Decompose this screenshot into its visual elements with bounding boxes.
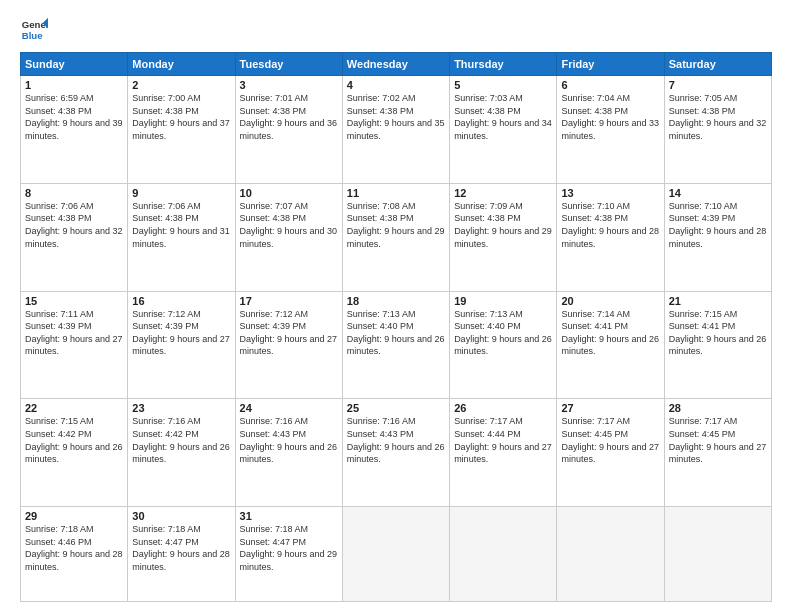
daylight-label: Daylight: 9 hours and 29 minutes. [347, 226, 445, 249]
day-info: Sunrise: 7:06 AM Sunset: 4:38 PM Dayligh… [132, 200, 230, 250]
sunset-label: Sunset: 4:42 PM [132, 429, 199, 439]
sunset-label: Sunset: 4:43 PM [347, 429, 414, 439]
sunset-label: Sunset: 4:38 PM [132, 213, 199, 223]
day-info: Sunrise: 7:11 AM Sunset: 4:39 PM Dayligh… [25, 308, 123, 358]
day-info: Sunrise: 7:01 AM Sunset: 4:38 PM Dayligh… [240, 92, 338, 142]
sunrise-label: Sunrise: 7:04 AM [561, 93, 630, 103]
sunrise-label: Sunrise: 7:16 AM [347, 416, 416, 426]
day-number: 26 [454, 402, 552, 414]
col-header-tuesday: Tuesday [235, 53, 342, 76]
calendar-table: SundayMondayTuesdayWednesdayThursdayFrid… [20, 52, 772, 602]
sunset-label: Sunset: 4:41 PM [669, 321, 736, 331]
daylight-label: Daylight: 9 hours and 28 minutes. [25, 549, 123, 572]
day-number: 23 [132, 402, 230, 414]
day-number: 12 [454, 187, 552, 199]
calendar-cell: 20 Sunrise: 7:14 AM Sunset: 4:41 PM Dayl… [557, 291, 664, 399]
daylight-label: Daylight: 9 hours and 29 minutes. [240, 549, 338, 572]
sunset-label: Sunset: 4:38 PM [454, 106, 521, 116]
daylight-label: Daylight: 9 hours and 27 minutes. [132, 334, 230, 357]
col-header-saturday: Saturday [664, 53, 771, 76]
svg-text:Blue: Blue [22, 30, 43, 41]
calendar-cell: 28 Sunrise: 7:17 AM Sunset: 4:45 PM Dayl… [664, 399, 771, 507]
day-number: 8 [25, 187, 123, 199]
daylight-label: Daylight: 9 hours and 29 minutes. [454, 226, 552, 249]
sunset-label: Sunset: 4:46 PM [25, 537, 92, 547]
day-number: 29 [25, 510, 123, 522]
day-info: Sunrise: 7:18 AM Sunset: 4:47 PM Dayligh… [132, 523, 230, 573]
calendar-cell: 17 Sunrise: 7:12 AM Sunset: 4:39 PM Dayl… [235, 291, 342, 399]
calendar-cell: 1 Sunrise: 6:59 AM Sunset: 4:38 PM Dayli… [21, 76, 128, 184]
sunset-label: Sunset: 4:43 PM [240, 429, 307, 439]
day-number: 17 [240, 295, 338, 307]
day-number: 7 [669, 79, 767, 91]
day-number: 28 [669, 402, 767, 414]
calendar-cell: 8 Sunrise: 7:06 AM Sunset: 4:38 PM Dayli… [21, 183, 128, 291]
daylight-label: Daylight: 9 hours and 26 minutes. [561, 334, 659, 357]
daylight-label: Daylight: 9 hours and 34 minutes. [454, 118, 552, 141]
sunset-label: Sunset: 4:39 PM [25, 321, 92, 331]
calendar-cell: 25 Sunrise: 7:16 AM Sunset: 4:43 PM Dayl… [342, 399, 449, 507]
day-number: 22 [25, 402, 123, 414]
day-info: Sunrise: 7:02 AM Sunset: 4:38 PM Dayligh… [347, 92, 445, 142]
sunset-label: Sunset: 4:44 PM [454, 429, 521, 439]
sunrise-label: Sunrise: 7:01 AM [240, 93, 309, 103]
sunrise-label: Sunrise: 7:18 AM [132, 524, 201, 534]
day-number: 4 [347, 79, 445, 91]
sunrise-label: Sunrise: 7:06 AM [132, 201, 201, 211]
daylight-label: Daylight: 9 hours and 26 minutes. [669, 334, 767, 357]
day-info: Sunrise: 7:17 AM Sunset: 4:45 PM Dayligh… [669, 415, 767, 465]
day-info: Sunrise: 7:17 AM Sunset: 4:45 PM Dayligh… [561, 415, 659, 465]
daylight-label: Daylight: 9 hours and 27 minutes. [454, 442, 552, 465]
sunrise-label: Sunrise: 7:17 AM [561, 416, 630, 426]
sunrise-label: Sunrise: 7:06 AM [25, 201, 94, 211]
day-info: Sunrise: 7:18 AM Sunset: 4:46 PM Dayligh… [25, 523, 123, 573]
sunrise-label: Sunrise: 7:03 AM [454, 93, 523, 103]
day-info: Sunrise: 7:14 AM Sunset: 4:41 PM Dayligh… [561, 308, 659, 358]
week-row-5: 29 Sunrise: 7:18 AM Sunset: 4:46 PM Dayl… [21, 507, 772, 602]
calendar-cell: 15 Sunrise: 7:11 AM Sunset: 4:39 PM Dayl… [21, 291, 128, 399]
logo-icon: General Blue [20, 16, 48, 44]
calendar-cell: 10 Sunrise: 7:07 AM Sunset: 4:38 PM Dayl… [235, 183, 342, 291]
daylight-label: Daylight: 9 hours and 27 minutes. [561, 442, 659, 465]
day-number: 21 [669, 295, 767, 307]
sunset-label: Sunset: 4:39 PM [669, 213, 736, 223]
sunrise-label: Sunrise: 7:10 AM [561, 201, 630, 211]
calendar-cell: 27 Sunrise: 7:17 AM Sunset: 4:45 PM Dayl… [557, 399, 664, 507]
sunrise-label: Sunrise: 7:14 AM [561, 309, 630, 319]
sunset-label: Sunset: 4:42 PM [25, 429, 92, 439]
sunrise-label: Sunrise: 7:17 AM [669, 416, 738, 426]
col-header-wednesday: Wednesday [342, 53, 449, 76]
daylight-label: Daylight: 9 hours and 26 minutes. [454, 334, 552, 357]
week-row-1: 1 Sunrise: 6:59 AM Sunset: 4:38 PM Dayli… [21, 76, 772, 184]
sunrise-label: Sunrise: 7:17 AM [454, 416, 523, 426]
header: General Blue [20, 16, 772, 44]
calendar-cell: 6 Sunrise: 7:04 AM Sunset: 4:38 PM Dayli… [557, 76, 664, 184]
day-info: Sunrise: 7:10 AM Sunset: 4:38 PM Dayligh… [561, 200, 659, 250]
day-number: 3 [240, 79, 338, 91]
day-info: Sunrise: 7:13 AM Sunset: 4:40 PM Dayligh… [454, 308, 552, 358]
sunrise-label: Sunrise: 7:12 AM [240, 309, 309, 319]
daylight-label: Daylight: 9 hours and 28 minutes. [561, 226, 659, 249]
sunset-label: Sunset: 4:45 PM [561, 429, 628, 439]
calendar-cell: 26 Sunrise: 7:17 AM Sunset: 4:44 PM Dayl… [450, 399, 557, 507]
day-number: 13 [561, 187, 659, 199]
sunset-label: Sunset: 4:38 PM [240, 213, 307, 223]
daylight-label: Daylight: 9 hours and 35 minutes. [347, 118, 445, 141]
daylight-label: Daylight: 9 hours and 31 minutes. [132, 226, 230, 249]
sunset-label: Sunset: 4:38 PM [347, 106, 414, 116]
col-header-sunday: Sunday [21, 53, 128, 76]
day-info: Sunrise: 7:16 AM Sunset: 4:43 PM Dayligh… [240, 415, 338, 465]
sunset-label: Sunset: 4:39 PM [132, 321, 199, 331]
day-number: 20 [561, 295, 659, 307]
sunset-label: Sunset: 4:38 PM [561, 106, 628, 116]
day-number: 19 [454, 295, 552, 307]
sunset-label: Sunset: 4:45 PM [669, 429, 736, 439]
calendar-cell: 3 Sunrise: 7:01 AM Sunset: 4:38 PM Dayli… [235, 76, 342, 184]
daylight-label: Daylight: 9 hours and 28 minutes. [132, 549, 230, 572]
daylight-label: Daylight: 9 hours and 37 minutes. [132, 118, 230, 141]
svg-text:General: General [22, 19, 48, 30]
sunrise-label: Sunrise: 7:13 AM [347, 309, 416, 319]
sunset-label: Sunset: 4:39 PM [240, 321, 307, 331]
day-number: 31 [240, 510, 338, 522]
calendar-cell [664, 507, 771, 602]
